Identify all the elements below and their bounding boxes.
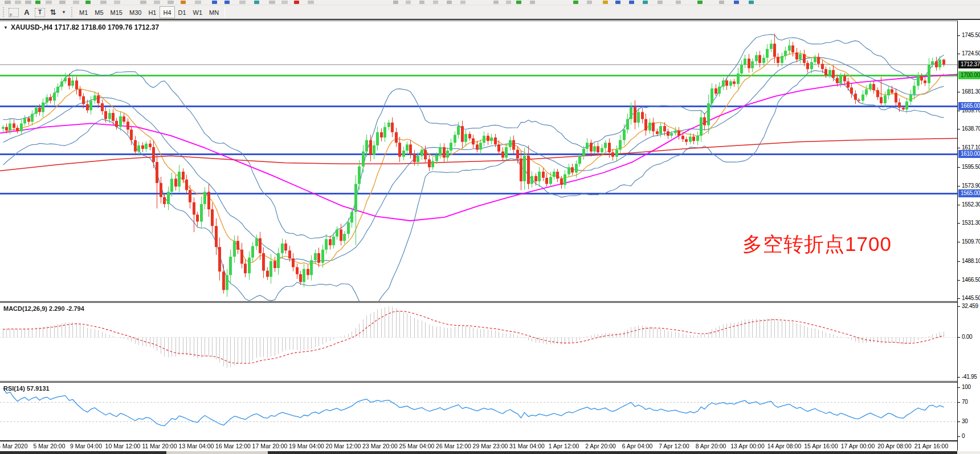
window-edge-segment bbox=[957, 451, 980, 454]
x-axis-label: 6 Apr 04:00 bbox=[622, 443, 653, 449]
clipped-toolbar-icon bbox=[658, 1, 663, 4]
x-axis-label: 1 Apr 12:00 bbox=[549, 443, 579, 449]
rsi-axis-label: 100 bbox=[958, 383, 980, 391]
clipped-toolbar-icon bbox=[587, 1, 592, 4]
price-axis-label: 1724.50 bbox=[958, 50, 980, 58]
x-axis-label: 20 Apr 08:00 bbox=[877, 443, 912, 449]
drawing-tools-group: FAT⇅▼ bbox=[7, 7, 68, 18]
toolbar-grip[interactable] bbox=[71, 7, 74, 18]
clipped-toolbar-icon bbox=[195, 1, 201, 4]
clipped-toolbar-icon bbox=[5, 1, 11, 4]
macd-canvas[interactable] bbox=[0, 303, 957, 381]
x-axis-label: 11 Mar 20:00 bbox=[142, 443, 177, 449]
clipped-toolbar-icon bbox=[154, 1, 160, 4]
clipped-toolbar-icon bbox=[749, 1, 754, 4]
clipped-toolbar-icon bbox=[629, 1, 634, 4]
price-axis-label: 1638.70 bbox=[958, 125, 980, 133]
arrow-styles-icon[interactable]: ⇅ bbox=[47, 7, 59, 18]
timeframe-button-M15[interactable]: M15 bbox=[107, 6, 126, 18]
x-axis-label: 15 Apr 16:00 bbox=[804, 443, 838, 449]
clipped-toolbar-icon bbox=[697, 1, 703, 4]
clipped-toolbar-icon bbox=[447, 1, 452, 4]
symbol-dropdown-icon[interactable]: ▼ bbox=[3, 25, 8, 30]
clipped-toolbar-icon bbox=[35, 1, 40, 4]
time-axis[interactable]: 4 Mar 20205 Mar 20:009 Mar 04:0010 Mar 1… bbox=[0, 441, 957, 451]
price-axis-label: 1552.30 bbox=[958, 201, 980, 209]
timeframe-button-W1[interactable]: W1 bbox=[190, 6, 206, 18]
clipped-toolbar-icon bbox=[224, 1, 230, 4]
price-axis-label: 1445.50 bbox=[958, 294, 980, 302]
toolbar-grip[interactable] bbox=[3, 7, 6, 18]
macd-axis-label: 0.00 bbox=[958, 333, 980, 341]
text-box-icon[interactable]: T bbox=[35, 8, 45, 17]
x-axis-label: 13 Mar 04:00 bbox=[179, 443, 214, 449]
clipped-toolbar-icon bbox=[643, 1, 648, 4]
clipped-toolbar-icon bbox=[269, 1, 275, 4]
x-axis-label: 5 Mar 20:00 bbox=[33, 443, 65, 449]
clipped-toolbar-icon bbox=[100, 1, 107, 4]
toolbar: FAT⇅▼ M1M5M15M30H1H4D1W1MN bbox=[0, 5, 980, 19]
clipped-toolbar-icon bbox=[603, 1, 608, 4]
clipped-toolbar-icon bbox=[254, 1, 259, 4]
clipped-toolbar-icon bbox=[530, 1, 535, 4]
hline-price-badge: 1610.00 bbox=[958, 150, 980, 158]
clipped-toolbar-icon bbox=[719, 1, 724, 4]
x-axis-label: 13 Apr 00:00 bbox=[730, 443, 765, 449]
clipped-toolbar-icon bbox=[181, 1, 186, 4]
hline-price-badge: 1700.00 bbox=[958, 71, 980, 79]
timeframe-button-M1[interactable]: M1 bbox=[76, 6, 91, 18]
text-annotation-icon[interactable]: A bbox=[21, 7, 32, 18]
clipped-toolbar-icon bbox=[294, 1, 299, 4]
price-axis-label: 1488.10 bbox=[958, 257, 980, 265]
current-price-badge: 1712.37 bbox=[958, 60, 980, 68]
timeframe-button-M5[interactable]: M5 bbox=[91, 6, 107, 18]
rsi-axis-label: 30 bbox=[958, 417, 980, 425]
clipped-toolbar-icon bbox=[212, 1, 217, 4]
toolbar-separator bbox=[224, 7, 225, 18]
x-axis-label: 31 Mar 04:00 bbox=[509, 443, 545, 449]
clipped-toolbar-icon bbox=[573, 1, 578, 4]
toolbar-row-partial bbox=[0, 0, 980, 5]
clipped-toolbar-icon bbox=[25, 1, 31, 4]
window-edge-segment bbox=[0, 451, 166, 454]
mt4-window: FAT⇅▼ M1M5M15M30H1H4D1W1MN ▼ XAUUSD-,H4 … bbox=[0, 0, 980, 454]
timeframe-button-MN[interactable]: MN bbox=[206, 6, 222, 18]
price-axis-label: 1531.30 bbox=[958, 219, 980, 227]
timeframe-button-D1[interactable]: D1 bbox=[175, 6, 190, 18]
dropdown-arrow-icon[interactable]: ▼ bbox=[61, 7, 67, 18]
x-axis-label: 14 Apr 08:00 bbox=[767, 443, 802, 449]
chart-text-annotation[interactable]: 多空转折点1700 bbox=[742, 231, 892, 258]
timeframe-button-M30[interactable]: M30 bbox=[126, 6, 145, 18]
timeframe-button-H1[interactable]: H1 bbox=[145, 6, 160, 18]
clipped-toolbar-icon bbox=[85, 1, 91, 4]
clipped-toolbar-icon bbox=[419, 1, 424, 4]
timeframe-button-H4[interactable]: H4 bbox=[160, 6, 174, 18]
x-axis-label: 17 Apr 00:00 bbox=[841, 443, 875, 449]
x-axis-label: 29 Mar 23:00 bbox=[473, 443, 508, 449]
clipped-toolbar-icon bbox=[676, 1, 681, 4]
crosshair-frame-icon[interactable]: F bbox=[9, 8, 19, 17]
timeframe-toolbar: M1M5M15M30H1H4D1W1MN bbox=[76, 5, 222, 19]
rsi-axis-label: 0 bbox=[958, 432, 980, 440]
rsi-canvas[interactable] bbox=[0, 383, 957, 440]
chart-title-text: XAUUSD-,H4 1717.82 1718.60 1709.76 1712.… bbox=[11, 23, 159, 31]
window-bottom-edge bbox=[0, 451, 980, 454]
price-axis-label: 1595.50 bbox=[958, 163, 980, 171]
chart-title[interactable]: ▼ XAUUSD-,H4 1717.82 1718.60 1709.76 171… bbox=[3, 23, 159, 31]
clipped-toolbar-icon bbox=[516, 1, 521, 4]
price-axis-label: 1466.50 bbox=[958, 276, 980, 284]
x-axis-label: 9 Mar 04:00 bbox=[70, 443, 102, 449]
clipped-toolbar-icon bbox=[239, 1, 246, 4]
x-axis-label: 16 Mar 12:00 bbox=[215, 443, 251, 449]
clipped-toolbar-icon bbox=[15, 1, 21, 4]
rsi-axis-label: 70 bbox=[958, 398, 980, 406]
main-chart-canvas[interactable] bbox=[0, 21, 957, 301]
window-edge-segment bbox=[166, 451, 268, 454]
clipped-toolbar-icon bbox=[168, 1, 174, 4]
x-axis-label: 20 Mar 12:00 bbox=[326, 443, 361, 449]
clipped-toolbar-icon bbox=[393, 1, 398, 4]
clipped-toolbar-icon bbox=[140, 1, 146, 4]
price-axis[interactable]: 1745.501724.501681.301659.701638.701617.… bbox=[957, 21, 980, 451]
clipped-toolbar-icon bbox=[433, 1, 438, 4]
clipped-toolbar-icon bbox=[308, 1, 314, 4]
